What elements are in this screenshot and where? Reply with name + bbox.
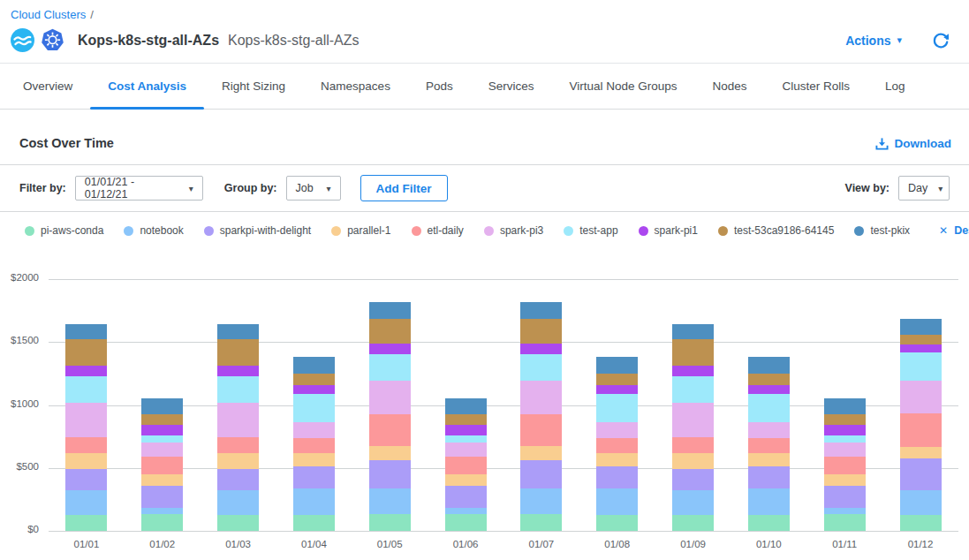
bar-segment-test-app[interactable] — [141, 435, 183, 442]
bar-segment-notebook[interactable] — [293, 488, 335, 515]
bar-segment-test-app[interactable] — [596, 394, 638, 422]
bar-segment-test-pkix[interactable] — [748, 357, 790, 374]
bar-segment-parallel-1[interactable] — [141, 474, 183, 486]
date-range-dropdown[interactable]: 01/01/21 - 01/12/21 ▾ — [75, 176, 203, 201]
bar-segment-spark-pi1[interactable] — [520, 344, 562, 353]
bar-segment-etl-daily[interactable] — [369, 414, 411, 446]
bar-segment-sparkpi-with-delight[interactable] — [217, 469, 259, 490]
bar-segment-etl-daily[interactable] — [520, 414, 562, 446]
bar-stack[interactable] — [672, 324, 714, 531]
bar-segment-sparkpi-with-delight[interactable] — [748, 466, 790, 489]
bar-segment-spark-pi3[interactable] — [369, 381, 411, 414]
bar-segment-test-app[interactable] — [217, 376, 259, 403]
bar-segment-sparkpi-with-delight[interactable] — [824, 486, 866, 508]
tab-right-sizing[interactable]: Right Sizing — [204, 64, 303, 109]
bar-segment-pi-aws-conda[interactable] — [293, 515, 335, 531]
bar-segment-spark-pi3[interactable] — [65, 403, 107, 437]
actions-button[interactable]: Actions ▾ — [845, 34, 902, 48]
bar-segment-notebook[interactable] — [445, 508, 487, 515]
bar-segment-test-53ca9186-64145[interactable] — [141, 414, 183, 424]
bar-segment-parallel-1[interactable] — [900, 447, 942, 459]
tab-nodes[interactable]: Nodes — [695, 64, 765, 109]
bar-segment-parallel-1[interactable] — [520, 446, 562, 460]
bar-segment-test-53ca9186-64145[interactable] — [217, 339, 259, 366]
bar-segment-etl-daily[interactable] — [217, 437, 259, 454]
bar-segment-spark-pi3[interactable] — [293, 422, 335, 437]
bar-segment-pi-aws-conda[interactable] — [520, 514, 562, 531]
bar-segment-pi-aws-conda[interactable] — [65, 515, 107, 531]
bar-segment-spark-pi1[interactable] — [65, 366, 107, 376]
bar-segment-parallel-1[interactable] — [369, 446, 411, 460]
bar-segment-parallel-1[interactable] — [596, 453, 638, 465]
bar-segment-test-pkix[interactable] — [900, 319, 942, 335]
tab-services[interactable]: Services — [471, 64, 552, 109]
bar-segment-test-app[interactable] — [748, 394, 790, 422]
tab-cost-analysis[interactable]: Cost Analysis — [90, 64, 204, 109]
bar-segment-pi-aws-conda[interactable] — [596, 515, 638, 531]
bar-segment-notebook[interactable] — [596, 488, 638, 515]
group-by-dropdown[interactable]: Job ▾ — [286, 176, 341, 201]
legend-item-parallel-1[interactable]: parallel-1 — [331, 224, 390, 237]
bar-segment-test-53ca9186-64145[interactable] — [369, 319, 411, 344]
bar-segment-test-app[interactable] — [293, 394, 335, 422]
bar-segment-etl-daily[interactable] — [65, 437, 107, 454]
bar-segment-parallel-1[interactable] — [65, 453, 107, 469]
bar-segment-parallel-1[interactable] — [217, 453, 259, 469]
bar-segment-test-53ca9186-64145[interactable] — [65, 339, 107, 366]
bar-segment-spark-pi1[interactable] — [217, 366, 259, 376]
bar-segment-pi-aws-conda[interactable] — [141, 514, 183, 531]
bar-segment-etl-daily[interactable] — [900, 413, 942, 446]
bar-segment-test-53ca9186-64145[interactable] — [293, 374, 335, 385]
bar-segment-parallel-1[interactable] — [293, 453, 335, 465]
bar-stack[interactable] — [293, 357, 335, 531]
bar-segment-test-pkix[interactable] — [520, 302, 562, 319]
bar-segment-spark-pi1[interactable] — [596, 385, 638, 395]
bar-segment-test-pkix[interactable] — [293, 357, 335, 374]
bar-segment-test-app[interactable] — [824, 435, 866, 442]
bar-segment-test-app[interactable] — [520, 354, 562, 382]
bar-segment-test-53ca9186-64145[interactable] — [748, 374, 790, 385]
bar-segment-etl-daily[interactable] — [596, 438, 638, 454]
legend-item-pi-aws-conda[interactable]: pi-aws-conda — [25, 224, 103, 237]
bar-segment-parallel-1[interactable] — [672, 453, 714, 469]
legend-item-sparkpi-with-delight[interactable]: sparkpi-with-delight — [204, 224, 311, 237]
bar-segment-spark-pi3[interactable] — [520, 381, 562, 414]
bar-segment-etl-daily[interactable] — [141, 457, 183, 474]
bar-stack[interactable] — [217, 324, 259, 531]
bar-segment-test-pkix[interactable] — [445, 398, 487, 414]
bar-segment-notebook[interactable] — [369, 488, 411, 514]
bar-segment-test-pkix[interactable] — [824, 398, 866, 414]
bar-segment-test-53ca9186-64145[interactable] — [900, 335, 942, 344]
bar-segment-etl-daily[interactable] — [293, 438, 335, 454]
bar-segment-test-app[interactable] — [672, 376, 714, 403]
deselect-all-button[interactable]: ✕Deselect All — [939, 224, 969, 237]
bar-segment-sparkpi-with-delight[interactable] — [141, 486, 183, 508]
bar-segment-spark-pi1[interactable] — [445, 425, 487, 436]
bar-segment-sparkpi-with-delight[interactable] — [293, 466, 335, 489]
bar-segment-etl-daily[interactable] — [824, 457, 866, 474]
bar-segment-spark-pi1[interactable] — [672, 366, 714, 376]
bar-segment-notebook[interactable] — [520, 488, 562, 514]
bar-segment-test-app[interactable] — [900, 352, 942, 380]
bar-segment-sparkpi-with-delight[interactable] — [369, 460, 411, 489]
bar-segment-test-pkix[interactable] — [369, 302, 411, 319]
bar-segment-sparkpi-with-delight[interactable] — [445, 486, 487, 508]
bar-segment-test-pkix[interactable] — [672, 324, 714, 339]
bar-segment-notebook[interactable] — [748, 488, 790, 515]
bar-segment-test-53ca9186-64145[interactable] — [672, 339, 714, 366]
bar-segment-pi-aws-conda[interactable] — [672, 515, 714, 531]
bar-stack[interactable] — [900, 319, 942, 531]
bar-segment-pi-aws-conda[interactable] — [369, 514, 411, 531]
bar-segment-spark-pi3[interactable] — [748, 422, 790, 437]
bar-segment-spark-pi1[interactable] — [293, 385, 335, 395]
legend-item-test-app[interactable]: test-app — [564, 224, 617, 237]
bar-segment-notebook[interactable] — [141, 508, 183, 515]
bar-stack[interactable] — [141, 398, 183, 531]
add-filter-button[interactable]: Add Filter — [360, 175, 448, 201]
bar-stack[interactable] — [748, 357, 790, 531]
legend-item-test-pkix[interactable]: test-pkix — [854, 224, 910, 237]
bar-segment-test-53ca9186-64145[interactable] — [520, 319, 562, 344]
bar-segment-test-53ca9186-64145[interactable] — [824, 414, 866, 424]
bar-segment-sparkpi-with-delight[interactable] — [900, 458, 942, 490]
tab-virtual-node-groups[interactable]: Virtual Node Groups — [551, 64, 694, 109]
